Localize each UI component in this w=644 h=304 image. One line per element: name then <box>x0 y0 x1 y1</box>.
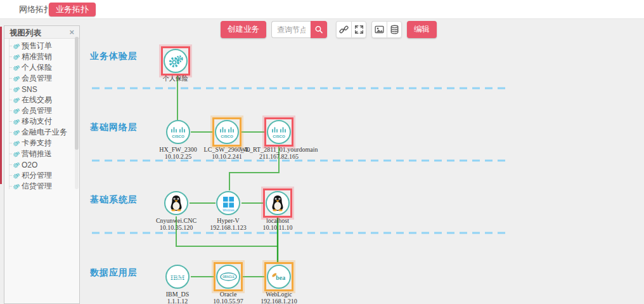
svg-text:CISCO: CISCO <box>172 134 184 138</box>
topology-node[interactable]: CISCO <box>264 117 293 147</box>
sidebar-item-label: SNS <box>22 85 37 94</box>
node-circle: ORACLE <box>216 265 240 289</box>
node-circle <box>164 49 188 73</box>
tab-network-topology[interactable]: 网络拓扑 <box>19 0 52 18</box>
sidebar-item[interactable]: 卡券支持 <box>4 138 79 149</box>
sidebar-item[interactable]: 个人保险 <box>4 62 79 73</box>
gears-icon <box>13 129 20 136</box>
sidebar-item-label: 营销推送 <box>22 149 52 159</box>
gears-icon <box>13 107 20 115</box>
sidebar-item-label: 移动支付 <box>22 116 52 127</box>
topology-node[interactable]: IBM <box>163 262 192 291</box>
sidebar-item-label: 预售订单 <box>22 41 52 51</box>
gears-icon <box>13 53 20 61</box>
left-accent-strip <box>0 27 2 184</box>
edit-button[interactable]: 编辑 <box>407 21 437 38</box>
link-mode-button[interactable] <box>336 21 351 38</box>
topology-node[interactable]: CISCO <box>164 117 193 147</box>
node-label: WL_RT_2811_01.yourdomain211.167.82.165 <box>235 146 323 160</box>
view-list: 预售订单精准营销个人保险会员管理SNS在线交易会员管理移动支付金融电子业务卡券支… <box>4 39 79 192</box>
sidebar-item[interactable]: 精准营销 <box>4 51 79 62</box>
sidebar-item-label: 在线交易 <box>22 95 52 105</box>
data-table-button[interactable] <box>387 21 402 38</box>
gears-icon <box>13 183 20 190</box>
database-icon <box>390 25 399 34</box>
bea-icon: bea <box>270 271 288 282</box>
sidebar-item[interactable]: 会员管理 <box>4 105 79 116</box>
node-label: 个人保险 <box>131 75 220 82</box>
gears-icon <box>13 75 20 83</box>
export-image-button[interactable] <box>371 21 387 38</box>
node-circle: CISCO <box>267 120 291 144</box>
view-list-panel: × 视图列表 预售订单精准营销个人保险会员管理SNS在线交易会员管理移动支付金融… <box>4 25 80 304</box>
sidebar-item[interactable]: 在线交易 <box>4 95 79 105</box>
sidebar-item-label: 积分管理 <box>22 170 52 181</box>
cisco-icon: CISCO <box>169 125 188 139</box>
search-icon <box>314 25 323 34</box>
graph-toolbar: 创建业务 编辑 <box>221 21 437 38</box>
topology-node[interactable]: bea <box>264 262 293 291</box>
node-circle: CISCO <box>166 120 190 144</box>
sidebar-item[interactable]: 会员管理 <box>4 73 79 84</box>
sidebar-item[interactable]: 营销推送 <box>4 149 79 159</box>
node-circle: bea <box>267 265 291 289</box>
scrollbar-thumb[interactable] <box>75 37 79 150</box>
sidebar-item[interactable]: 信贷管理 <box>4 181 79 192</box>
ibm-icon: IBM <box>168 272 187 282</box>
gears-icon <box>13 150 20 158</box>
sidebar-item[interactable]: 积分管理 <box>4 170 79 181</box>
node-label: WebLogic192.168.1.210 <box>235 291 323 304</box>
svg-text:CISCO: CISCO <box>273 134 285 138</box>
mode-button-group <box>336 21 366 38</box>
node-circle: IBM <box>165 265 190 289</box>
search-button[interactable] <box>311 21 327 38</box>
node-circle: CISCO <box>215 120 239 144</box>
fullscreen-button[interactable] <box>351 21 366 38</box>
gears-icon <box>167 53 184 70</box>
sidebar-item[interactable]: 移动支付 <box>4 116 79 127</box>
business-topology-app: 网络拓扑 业务拓扑 业务体验层基础网络层基础系统层数据应用层 个人保险CISCO… <box>0 0 644 304</box>
topology-node[interactable] <box>263 188 292 218</box>
sidebar-scrollbar[interactable] <box>75 37 79 189</box>
svg-text:Windows: Windows <box>222 209 235 212</box>
image-icon <box>375 25 384 34</box>
tux-icon <box>271 195 285 211</box>
search-input[interactable] <box>271 21 311 38</box>
topology-node[interactable] <box>161 46 190 76</box>
gears-icon <box>13 64 20 72</box>
topology-node[interactable]: ORACLE <box>214 262 243 291</box>
tab-business-topology[interactable]: 业务拓扑 <box>49 3 96 17</box>
topology-node[interactable] <box>162 188 191 218</box>
gears-icon <box>13 96 20 104</box>
sidebar-item[interactable]: 预售订单 <box>4 41 79 51</box>
view-list-header: × 视图列表 <box>4 26 79 39</box>
gears-icon <box>13 140 20 147</box>
svg-text:CISCO: CISCO <box>221 134 233 138</box>
topology-node[interactable]: CISCO <box>212 117 242 147</box>
svg-text:bea: bea <box>276 274 285 281</box>
create-business-button[interactable]: 创建业务 <box>221 21 266 38</box>
layer-label: 基础网络层 <box>90 122 138 133</box>
top-tab-bar: 网络拓扑 业务拓扑 <box>0 0 644 19</box>
windows-icon: Windows <box>220 194 237 212</box>
sidebar-item[interactable]: SNS <box>4 84 79 95</box>
fullscreen-icon <box>354 25 364 34</box>
gears-icon <box>13 172 20 180</box>
sidebar-item-label: 个人保险 <box>22 62 52 73</box>
sidebar-item[interactable]: 金融电子业务 <box>4 127 79 138</box>
svg-text:ORACLE: ORACLE <box>222 275 235 279</box>
close-icon[interactable]: × <box>69 26 74 38</box>
topology-node[interactable]: Windows <box>214 188 243 218</box>
sidebar-item-label: 会员管理 <box>22 73 52 84</box>
gears-icon <box>13 43 20 50</box>
node-search-group <box>271 21 327 38</box>
node-circle <box>164 191 188 215</box>
gears-icon <box>13 161 20 169</box>
sidebar-item[interactable]: O2O <box>4 159 79 170</box>
cisco-icon: CISCO <box>269 125 288 139</box>
node-circle <box>266 191 290 215</box>
layer-label: 业务体验层 <box>90 51 138 62</box>
layer-label: 数据应用层 <box>90 267 138 279</box>
gears-icon <box>13 86 20 93</box>
sidebar-item-label: 金融电子业务 <box>22 127 67 138</box>
